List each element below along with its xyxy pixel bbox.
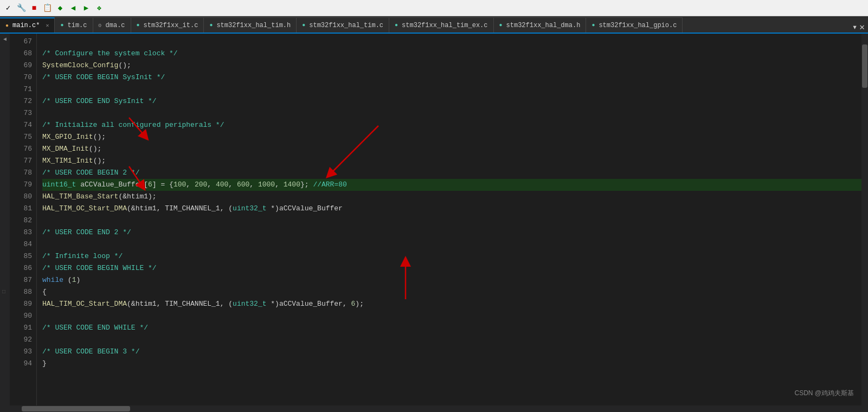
ln-78: 78: [10, 167, 32, 179]
ln-68: 68: [10, 48, 32, 60]
scrollbar-v-thumb[interactable]: [862, 44, 867, 88]
code-line-73: [42, 107, 861, 119]
tab-overflow[interactable]: ▾ ✕: [849, 22, 868, 33]
code-line-82: [42, 215, 861, 227]
vertical-scrollbar[interactable]: [861, 34, 868, 405]
ln-73: 73: [10, 107, 32, 119]
code-line-69: SystemClock_Config();: [42, 60, 861, 72]
tab-stm32-hal-gpio-c[interactable]: ● stm32f1xx_hal_gpio.c: [586, 17, 683, 33]
toolbar: ✓ 🔧 ■ 📋 ◆ ◀ ▶ ❖: [0, 0, 868, 16]
ln-69: 69: [10, 60, 32, 72]
ln-70: 70: [10, 72, 32, 83]
code-line-72: /* USER CODE END SysInit */: [42, 95, 861, 107]
ln-88: 88: [10, 286, 32, 298]
code-line-74: /* Initialize all configured peripherals…: [42, 119, 861, 131]
ln-93: 93: [10, 346, 32, 358]
code-line-92: [42, 334, 861, 346]
tab-stm32-it[interactable]: ● stm32f1xx_it.c: [131, 17, 204, 33]
ln-77: 77: [10, 155, 32, 167]
ln-84: 84: [10, 239, 32, 250]
code-line-67: [42, 36, 861, 48]
tab-main-c-label: main.c*: [12, 22, 40, 29]
toolbar-special-icon[interactable]: ❖: [93, 2, 105, 14]
code-line-94: }: [42, 358, 861, 370]
code-line-86: /* USER CODE BEGIN WHILE */: [42, 262, 861, 274]
horizontal-scrollbar[interactable]: [0, 405, 868, 412]
code-line-76: MX_DMA_Init();: [42, 143, 861, 155]
tabbar: ● main.c* ✕ ● tim.c ⚙ dma.c ● stm32f1xx_…: [0, 16, 868, 34]
ln-94: 94: [10, 358, 32, 370]
toolbar-wrench-icon[interactable]: 🔧: [15, 2, 27, 14]
code-line-85: /* Infinite loop */: [42, 250, 861, 262]
line-numbers: 67 68 69 70 71 72 73 74 75 76 77 78 79 8…: [10, 34, 37, 405]
code-line-70: /* USER CODE BEGIN SysInit */: [42, 72, 861, 83]
ln-81: 81: [10, 203, 32, 215]
toolbar-check-icon[interactable]: ✓: [2, 2, 14, 14]
ln-74: 74: [10, 119, 32, 131]
code-line-87: while (1): [42, 274, 861, 286]
code-line-84: [42, 239, 861, 250]
ln-92: 92: [10, 334, 32, 346]
ln-76: 76: [10, 143, 32, 155]
toolbar-back-icon[interactable]: ◀: [67, 2, 79, 14]
watermark: CSDN @鸡鸡夫斯基: [794, 389, 854, 398]
ln-83: 83: [10, 227, 32, 239]
ln-75: 75: [10, 131, 32, 143]
toolbar-fwd-icon[interactable]: ▶: [80, 2, 92, 14]
ln-79: 79: [10, 179, 32, 191]
code-line-83: /* USER CODE END 2 */: [42, 227, 861, 239]
ln-67: 67: [10, 36, 32, 48]
tab-stm32-it-label: stm32f1xx_it.c: [144, 22, 198, 29]
tab-main-c[interactable]: ● main.c* ✕: [0, 17, 55, 33]
scrollbar-h-thumb[interactable]: [22, 406, 130, 411]
tab-tim-c[interactable]: ● tim.c: [55, 17, 93, 33]
code-line-89: HAL_TIM_OC_Start_DMA(&htim1, TIM_CHANNEL…: [42, 298, 861, 310]
ln-80: 80: [10, 191, 32, 203]
ln-86: 86: [10, 262, 32, 274]
ln-87: 87: [10, 274, 32, 286]
tab-stm32-hal-dma-h[interactable]: ● stm32f1xx_hal_dma.h: [494, 17, 587, 33]
ln-91: 91: [10, 322, 32, 334]
bottom-scrollbar-area: [0, 405, 868, 412]
tab-stm32-hal-dma-h-label: stm32f1xx_hal_dma.h: [506, 22, 581, 29]
code-line-77: MX_TIM1_Init();: [42, 155, 861, 167]
code-line-91: /* USER CODE END WHILE */: [42, 322, 861, 334]
left-gutter: ◀: [0, 34, 10, 405]
tab-stm32-hal-gpio-c-label: stm32f1xx_hal_gpio.c: [599, 22, 677, 29]
ln-85: 85: [10, 250, 32, 262]
code-line-68: /* Configure the system clock */: [42, 48, 861, 60]
toolbar-red-icon[interactable]: ■: [28, 2, 40, 14]
ln-72: 72: [10, 95, 32, 107]
code-line-78: /* USER CODE BEGIN 2 */: [42, 167, 861, 179]
code-line-71: [42, 83, 861, 95]
ln-89: 89: [10, 298, 32, 310]
main-editor-area: ◀ 67 68 69 70 71 72 73 74 75 76 77 78 79…: [0, 34, 868, 405]
code-line-81: HAL_TIM_OC_Start_DMA(&htim1, TIM_CHANNEL…: [42, 203, 861, 215]
tab-dma-c[interactable]: ⚙ dma.c: [93, 17, 131, 33]
tab-stm32-hal-tim-c[interactable]: ● stm32f1xx_hal_tim.c: [297, 17, 389, 33]
toolbar-clipboard-icon[interactable]: 📋: [41, 2, 53, 14]
code-line-80: HAL_TIM_Base_Start(&htim1);: [42, 191, 861, 203]
collapse-arrow[interactable]: ◀: [3, 36, 7, 42]
ln-71: 71: [10, 83, 32, 95]
code-line-93: /* USER CODE BEGIN 3 */: [42, 346, 861, 358]
code-line-79: uint16_t aCCValue_Buffer[6] = {100, 200,…: [42, 179, 861, 191]
code-line-90: [42, 310, 861, 322]
code-line-88: {: [42, 286, 861, 298]
tab-stm32-hal-tim-h-label: stm32f1xx_hal_tim.h: [216, 22, 291, 29]
tab-stm32-hal-tim-c-label: stm32f1xx_hal_tim.c: [309, 22, 383, 29]
tab-stm32-hal-tim-ex[interactable]: ● stm32f1xx_hal_tim_ex.c: [389, 17, 493, 33]
code-content[interactable]: /* Configure the system clock */ SystemC…: [37, 34, 861, 405]
tab-dma-c-label: dma.c: [106, 22, 125, 29]
tab-stm32-hal-tim-h[interactable]: ● stm32f1xx_hal_tim.h: [204, 17, 297, 33]
ln-90: 90: [10, 310, 32, 322]
tab-tim-c-label: tim.c: [67, 22, 87, 29]
code-line-75: MX_GPIO_Init();: [42, 131, 861, 143]
tab-stm32-hal-tim-ex-label: stm32f1xx_hal_tim_ex.c: [402, 22, 487, 29]
toolbar-gem-icon[interactable]: ◆: [54, 2, 66, 14]
ln-82: 82: [10, 215, 32, 227]
tab-main-c-close[interactable]: ✕: [46, 22, 49, 29]
